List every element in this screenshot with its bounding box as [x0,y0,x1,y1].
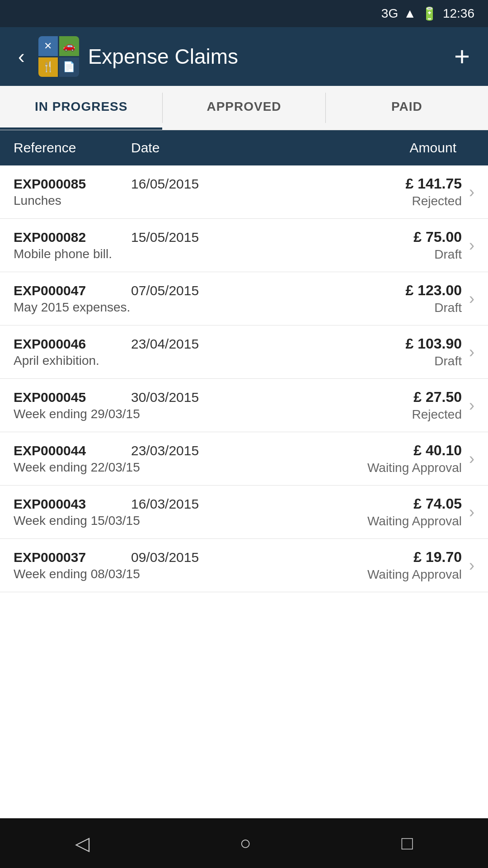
add-button[interactable]: + [450,38,474,75]
row-top-2: EXP000047 07/05/2015 [14,283,344,298]
row-right-4: £ 27.50 Rejected [344,389,462,422]
tabs-container: IN PROGRESS APPROVED PAID [0,86,488,130]
table-row[interactable]: EXP000085 16/05/2015 Lunches £ 141.75 Re… [0,165,488,219]
status-bar: 3G ▲ 🔋 12:36 [0,0,488,27]
tab-paid[interactable]: PAID [326,86,488,130]
nav-recent-button[interactable]: □ [388,828,426,859]
expense-status: Draft [434,354,462,368]
chevron-right-icon: › [469,556,474,575]
expense-amount: £ 75.00 [413,229,462,245]
tab-approved[interactable]: APPROVED [163,86,325,130]
row-right-0: £ 141.75 Rejected [344,175,462,208]
expense-date: 16/03/2015 [131,496,199,512]
expense-status: Draft [434,301,462,315]
table-row[interactable]: EXP000082 15/05/2015 Mobile phone bill. … [0,219,488,272]
expense-rows: EXP000085 16/05/2015 Lunches £ 141.75 Re… [0,165,488,592]
tab-in-progress[interactable]: IN PROGRESS [0,86,162,130]
row-main-0: EXP000085 16/05/2015 Lunches [14,176,344,208]
table-row[interactable]: EXP000043 16/03/2015 Week ending 15/03/1… [0,486,488,539]
clock: 12:36 [443,6,474,21]
expense-amount: £ 74.05 [413,495,462,512]
row-main-5: EXP000044 23/03/2015 Week ending 22/03/1… [14,443,344,475]
app-bar: ‹ ✕ 🚗 🍴 📄 Expense Claims + [0,27,488,86]
col-header-amount: Amount [239,140,474,156]
table-header: Reference Date Amount [0,130,488,165]
expense-status: Waiting Approval [367,461,462,475]
row-right-6: £ 74.05 Waiting Approval [344,495,462,528]
expense-amount: £ 123.00 [405,282,462,299]
row-main-6: EXP000043 16/03/2015 Week ending 15/03/1… [14,496,344,528]
expense-date: 07/05/2015 [131,283,199,298]
row-top-0: EXP000085 16/05/2015 [14,176,344,192]
expense-ref: EXP000045 [14,390,117,405]
row-right-2: £ 123.00 Draft [344,282,462,315]
expense-ref: EXP000044 [14,443,117,458]
battery-icon: 🔋 [422,6,437,21]
table-row[interactable]: EXP000045 30/03/2015 Week ending 29/03/1… [0,379,488,432]
expense-description: Week ending 08/03/15 [14,567,344,581]
chevron-right-icon: › [469,183,474,202]
expense-amount: £ 19.70 [413,549,462,566]
expense-description: Week ending 15/03/15 [14,514,344,528]
expense-status: Draft [434,247,462,262]
row-main-1: EXP000082 15/05/2015 Mobile phone bill. [14,230,344,261]
expense-status: Rejected [412,407,462,422]
expense-date: 30/03/2015 [131,390,199,405]
row-main-3: EXP000046 23/04/2015 April exhibition. [14,336,344,368]
chevron-right-icon: › [469,343,474,362]
col-header-date: Date [131,140,239,156]
chevron-right-icon: › [469,503,474,522]
table-row[interactable]: EXP000037 09/03/2015 Week ending 08/03/1… [0,539,488,592]
expense-date: 16/05/2015 [131,176,199,192]
signal-indicator: 3G [381,6,398,21]
expense-amount: £ 40.10 [413,442,462,459]
expense-description: Week ending 29/03/15 [14,407,344,421]
expense-ref: EXP000046 [14,336,117,352]
table-row[interactable]: EXP000046 23/04/2015 April exhibition. £… [0,326,488,379]
row-right-3: £ 103.90 Draft [344,335,462,368]
back-button[interactable]: ‹ [14,42,29,71]
expense-table: Reference Date Amount EXP000085 16/05/20… [0,130,488,818]
chevron-right-icon: › [469,236,474,255]
expense-ref: EXP000085 [14,176,117,192]
expense-amount: £ 141.75 [405,175,462,192]
expense-ref: EXP000047 [14,283,117,298]
logo-cell-doc: 📄 [59,57,79,77]
expense-date: 15/05/2015 [131,230,199,245]
row-top-1: EXP000082 15/05/2015 [14,230,344,245]
row-main-4: EXP000045 30/03/2015 Week ending 29/03/1… [14,390,344,421]
row-main-7: EXP000037 09/03/2015 Week ending 08/03/1… [14,550,344,581]
row-top-4: EXP000045 30/03/2015 [14,390,344,405]
chevron-right-icon: › [469,289,474,308]
row-main-2: EXP000047 07/05/2015 May 2015 expenses. [14,283,344,315]
logo-cell-fork: 🍴 [38,57,58,77]
expense-ref: EXP000043 [14,496,117,512]
row-top-3: EXP000046 23/04/2015 [14,336,344,352]
expense-description: Lunches [14,193,344,208]
nav-bar: ◁ ○ □ [0,818,488,868]
nav-home-button[interactable]: ○ [226,828,265,859]
row-right-7: £ 19.70 Waiting Approval [344,549,462,582]
expense-description: April exhibition. [14,354,344,368]
nav-back-button[interactable]: ◁ [61,828,103,859]
expense-status: Waiting Approval [367,514,462,528]
app-logo: ✕ 🚗 🍴 📄 [38,36,79,77]
chevron-right-icon: › [469,396,474,415]
row-right-5: £ 40.10 Waiting Approval [344,442,462,475]
expense-status: Waiting Approval [367,567,462,582]
expense-date: 23/03/2015 [131,443,199,458]
signal-bars: ▲ [404,6,416,21]
app-title: Expense Claims [88,44,441,69]
col-header-reference: Reference [14,140,131,156]
row-top-5: EXP000044 23/03/2015 [14,443,344,458]
expense-ref: EXP000082 [14,230,117,245]
table-row[interactable]: EXP000044 23/03/2015 Week ending 22/03/1… [0,432,488,486]
expense-status: Rejected [412,194,462,208]
chevron-right-icon: › [469,449,474,468]
expense-amount: £ 103.90 [405,335,462,352]
expense-date: 09/03/2015 [131,550,199,565]
expense-description: Week ending 22/03/15 [14,460,344,475]
row-right-1: £ 75.00 Draft [344,229,462,262]
table-row[interactable]: EXP000047 07/05/2015 May 2015 expenses. … [0,272,488,326]
row-top-7: EXP000037 09/03/2015 [14,550,344,565]
